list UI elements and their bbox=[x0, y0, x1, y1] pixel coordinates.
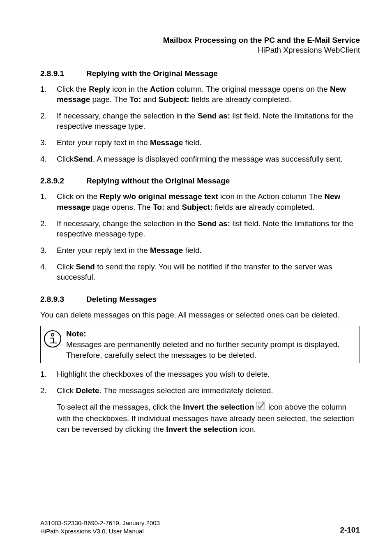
svg-point-1 bbox=[51, 334, 54, 336]
step-item: Enter your reply text in the Message fie… bbox=[40, 137, 360, 148]
step-item: Click the Reply icon in the Action colum… bbox=[40, 84, 360, 105]
steps-list-2: Click on the Reply w/o original message … bbox=[40, 191, 360, 282]
note-label: Note: bbox=[66, 329, 355, 339]
section-intro: You can delete messages on this page. Al… bbox=[40, 310, 360, 320]
running-header: Mailbox Processing on the PC and the E-M… bbox=[40, 35, 360, 55]
section-heading-2-8-9-3: 2.8.9.3Deleting Messages bbox=[40, 295, 360, 304]
step-tail-paragraph: To select all the messages, click the In… bbox=[57, 402, 360, 435]
footer-page-number: 2-101 bbox=[340, 525, 360, 535]
header-subtitle: HiPath Xpressions WebClient bbox=[40, 45, 360, 55]
step-item: Click Send to send the reply. You will b… bbox=[40, 262, 360, 283]
note-text: Note: Messages are permanently deleted a… bbox=[66, 329, 355, 360]
step-item: ClickSend. A message is displayed confir… bbox=[40, 154, 360, 164]
footer-left: A31003-S2330-B690-2-7619, January 2003 H… bbox=[40, 519, 160, 536]
footer-doc-id: A31003-S2330-B690-2-7619, January 2003 bbox=[40, 519, 160, 527]
section-number: 2.8.9.1 bbox=[40, 69, 86, 78]
steps-list-3: Highlight the checkboxes of the messages… bbox=[40, 369, 360, 434]
invert-selection-icon bbox=[256, 401, 266, 413]
step-item: Highlight the checkboxes of the messages… bbox=[40, 369, 360, 380]
page: Mailbox Processing on the PC and the E-M… bbox=[0, 0, 392, 556]
section-title: Replying without the Original Message bbox=[86, 176, 230, 185]
page-footer: A31003-S2330-B690-2-7619, January 2003 H… bbox=[40, 519, 360, 536]
footer-doc-title: HiPath Xpressions V3.0, User Manual bbox=[40, 527, 160, 535]
step-item: Click Delete. The messages selected are … bbox=[40, 385, 360, 435]
section-title: Deleting Messages bbox=[86, 295, 157, 303]
note-body: Messages are permanently deleted and no … bbox=[66, 340, 339, 359]
section-heading-2-8-9-1: 2.8.9.1Replying with the Original Messag… bbox=[40, 69, 360, 78]
step-item: Enter your reply text in the Message fie… bbox=[40, 245, 360, 256]
section-number: 2.8.9.2 bbox=[40, 176, 86, 185]
section-heading-2-8-9-2: 2.8.9.2Replying without the Original Mes… bbox=[40, 176, 360, 185]
section-title: Replying with the Original Message bbox=[86, 69, 218, 78]
header-title: Mailbox Processing on the PC and the E-M… bbox=[40, 35, 360, 45]
section-number: 2.8.9.3 bbox=[40, 295, 86, 304]
steps-list-1: Click the Reply icon in the Action colum… bbox=[40, 84, 360, 164]
note-box: Note: Messages are permanently deleted a… bbox=[40, 326, 360, 363]
step-item: If necessary, change the selection in th… bbox=[40, 111, 360, 132]
step-item: If necessary, change the selection in th… bbox=[40, 218, 360, 239]
info-icon bbox=[43, 329, 62, 350]
step-item: Click on the Reply w/o original message … bbox=[40, 191, 360, 212]
